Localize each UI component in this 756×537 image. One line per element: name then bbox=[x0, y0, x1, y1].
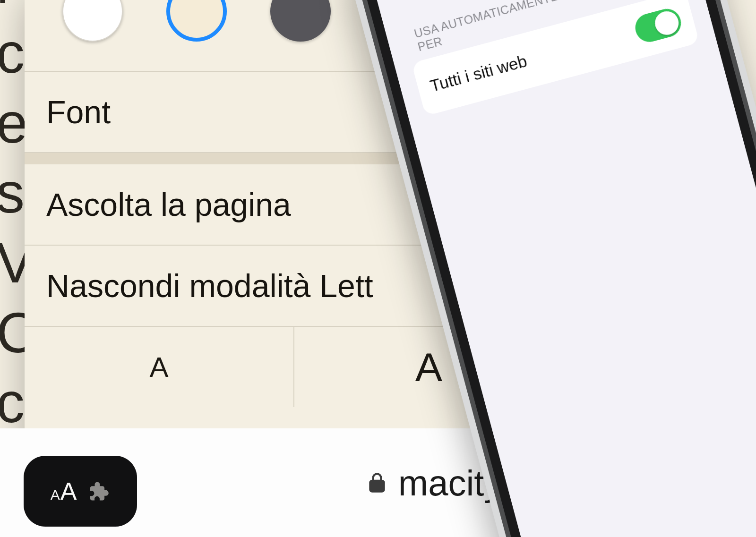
text-size-decrease-button[interactable]: A bbox=[25, 327, 293, 407]
theme-option-gray[interactable] bbox=[270, 0, 331, 42]
theme-option-sepia[interactable] bbox=[166, 0, 227, 42]
text-size-small-glyph: A bbox=[149, 351, 168, 384]
theme-option-white[interactable] bbox=[62, 0, 123, 42]
lock-icon bbox=[365, 469, 389, 496]
hide-reader-label: Nascondi modalità Lett bbox=[46, 267, 373, 304]
text-size-large-glyph: A bbox=[415, 344, 442, 391]
page-settings-pill[interactable]: AA bbox=[24, 456, 137, 527]
all-websites-label: Tutti i siti web bbox=[428, 51, 529, 95]
extensions-icon bbox=[86, 479, 110, 503]
settings-screen: USA AUTOMATICAMENTE LA VISTA LETTURA PER… bbox=[403, 0, 699, 116]
listen-page-label: Ascolta la pagina bbox=[46, 186, 291, 223]
text-size-icon: AA bbox=[51, 477, 77, 505]
auto-reader-toggle[interactable] bbox=[632, 6, 684, 45]
font-label: Font bbox=[46, 94, 111, 130]
